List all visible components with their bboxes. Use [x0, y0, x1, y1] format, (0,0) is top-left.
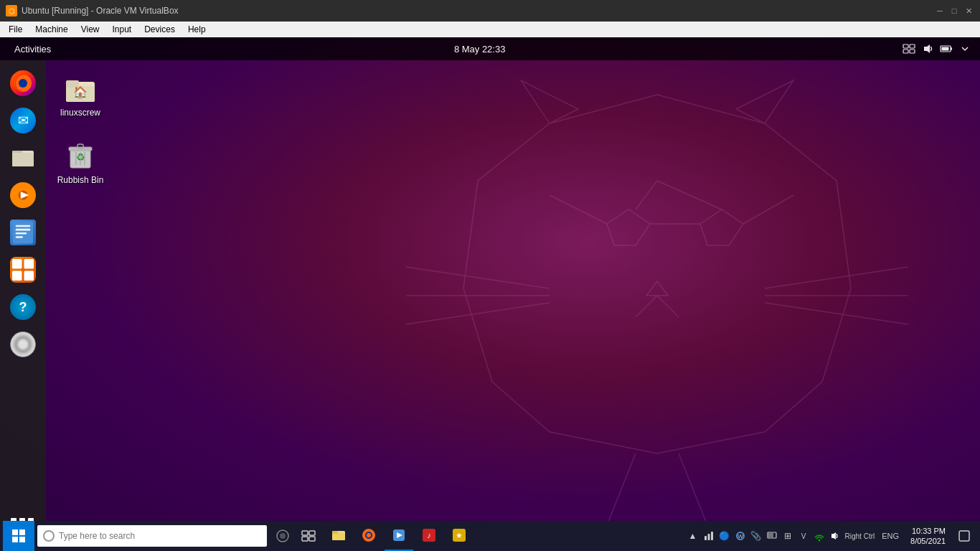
svg-rect-24 [903, 50, 908, 53]
svg-rect-67 [309, 531, 315, 535]
tray-icon-6[interactable]: ⊞ [781, 529, 795, 543]
svg-line-4 [636, 296, 657, 317]
vbox-title: Ubuntu [Running] - Oracle VM VirtualBox [22, 6, 179, 16]
taskbar-pin-virtualbox[interactable] [385, 521, 413, 551]
dock-firefox[interactable] [6, 66, 40, 100]
vbox-icon: ⬡ [6, 5, 17, 17]
taskbar-pinned-apps: ♪ ★ [324, 521, 473, 551]
tray-icon-2[interactable]: 🔵 [717, 529, 732, 543]
tray-icon-1[interactable] [702, 529, 716, 543]
taskbar-search-bar[interactable] [37, 525, 267, 547]
chevron-down-icon[interactable] [958, 42, 971, 55]
menu-machine[interactable]: Machine [29, 23, 73, 36]
taskbar-pin-explorer[interactable] [324, 521, 353, 551]
svg-marker-0 [463, 95, 851, 453]
speaker-icon[interactable] [828, 529, 842, 543]
svg-line-13 [765, 303, 908, 324]
tray-icon-3[interactable]: W [733, 529, 748, 543]
svg-line-10 [406, 303, 550, 324]
tray-icon-4[interactable]: 📎 [749, 529, 763, 543]
svg-rect-22 [903, 44, 908, 48]
svg-rect-88 [768, 533, 773, 537]
svg-rect-25 [910, 50, 915, 53]
tray-expand-icon[interactable]: ▲ [686, 529, 700, 543]
notification-button[interactable] [954, 526, 974, 546]
dock-software[interactable] [6, 253, 40, 287]
dock-thunderbird[interactable]: ✉ [6, 103, 40, 138]
dock-writer[interactable] [6, 215, 40, 250]
battery-icon[interactable] [940, 42, 953, 55]
taskbar-pin-firefox[interactable] [354, 521, 383, 551]
svg-line-20 [636, 181, 657, 209]
menu-file[interactable]: File [3, 23, 28, 36]
right-ctrl-indicator: Right Ctrl [844, 529, 877, 543]
gnome-clock[interactable]: 8 May 22:33 [454, 44, 506, 55]
svg-rect-29 [942, 47, 949, 51]
desktop-icon-linuxscrew[interactable]: 🏠 linuxscrew [52, 66, 109, 122]
svg-rect-41 [16, 229, 31, 231]
svg-line-5 [657, 296, 679, 317]
svg-rect-69 [309, 537, 315, 541]
search-input[interactable] [59, 531, 261, 541]
search-icon [43, 530, 55, 542]
screen-layout-icon[interactable] [903, 42, 915, 55]
svg-point-31 [19, 79, 27, 88]
svg-rect-84 [711, 532, 713, 540]
dock-help[interactable]: ? [6, 290, 40, 324]
volume-icon[interactable] [921, 42, 934, 55]
svg-rect-45 [24, 259, 34, 269]
svg-rect-28 [951, 47, 952, 50]
task-view-button[interactable] [296, 523, 321, 549]
svg-rect-66 [302, 531, 308, 535]
svg-marker-1 [607, 209, 650, 245]
network-icon[interactable] [812, 529, 826, 543]
svg-rect-40 [16, 225, 31, 227]
taskbar-pin-app5[interactable]: ★ [445, 521, 473, 551]
taskbar-pin-app4[interactable]: ♪ [415, 521, 443, 551]
tray-icon-7[interactable]: V [796, 529, 811, 543]
svg-rect-46 [12, 271, 22, 281]
svg-point-65 [280, 533, 286, 539]
desktop-icons: 🏠 linuxscrew [52, 66, 109, 190]
minimize-button[interactable]: ─ [934, 5, 946, 17]
menu-devices[interactable]: Devices [138, 23, 181, 36]
language-indicator[interactable]: ENG [879, 532, 902, 540]
svg-marker-26 [924, 44, 930, 53]
close-button[interactable]: ✕ [963, 5, 974, 17]
svg-rect-83 [707, 534, 710, 540]
svg-rect-23 [910, 44, 915, 48]
svg-rect-62 [12, 537, 18, 542]
vbox-menubar: File Machine View Input Devices Help [0, 22, 980, 37]
activities-button[interactable]: Activities [9, 41, 57, 57]
svg-rect-68 [302, 537, 308, 541]
svg-line-14 [607, 453, 636, 525]
svg-line-21 [657, 181, 722, 209]
system-tray: ▲ 🔵 W 📎 [686, 529, 877, 543]
cat-wallpaper [334, 37, 980, 551]
menu-input[interactable]: Input [107, 23, 138, 36]
gnome-dock: ✉ [0, 60, 46, 551]
maximize-button[interactable]: □ [948, 5, 960, 17]
gnome-system-tray [903, 42, 971, 55]
menu-view[interactable]: View [75, 23, 105, 36]
desktop-icon-rubbish-bin[interactable]: ♻ Rubbish Bin [52, 133, 109, 189]
svg-text:♻: ♻ [76, 151, 85, 163]
start-button[interactable] [3, 521, 34, 551]
svg-rect-82 [705, 536, 707, 540]
desktop-icon-linuxscrew-label: linuxscrew [60, 108, 100, 118]
windows-taskbar: ♪ ★ ▲ [0, 521, 980, 551]
svg-point-75 [367, 533, 371, 537]
svg-rect-63 [19, 537, 25, 542]
dock-rhythmbox[interactable] [6, 178, 40, 212]
tray-icon-5[interactable] [765, 529, 779, 543]
system-clock[interactable]: 10:33 PM 8/05/2021 [905, 526, 951, 547]
clock-time: 10:33 PM [910, 526, 946, 536]
svg-line-8 [406, 267, 550, 288]
cortana-button[interactable] [270, 523, 296, 549]
dock-files[interactable] [6, 141, 40, 175]
menu-help[interactable]: Help [182, 23, 212, 36]
dock-optical[interactable] [6, 327, 40, 362]
svg-point-90 [818, 540, 820, 542]
svg-marker-2 [700, 209, 743, 245]
svg-rect-92 [959, 531, 969, 541]
